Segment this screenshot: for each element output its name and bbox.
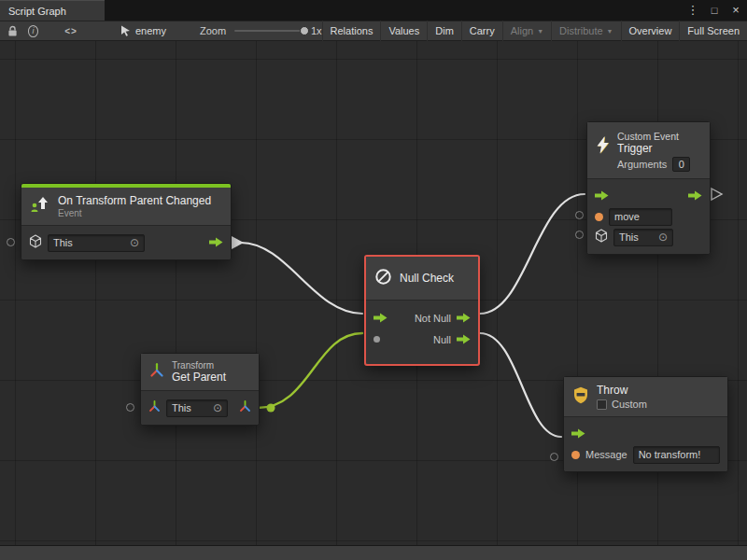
transform-event-icon — [30, 195, 50, 217]
node-category: Custom Event — [617, 131, 690, 142]
dropdown-arrow-icon: ▼ — [537, 28, 543, 35]
cube-icon — [29, 234, 42, 252]
button-carry[interactable]: Carry — [461, 21, 502, 41]
wire-null-to-throw[interactable] — [480, 333, 561, 437]
object-picker-icon[interactable]: ⊙ — [126, 237, 139, 248]
event-this-field[interactable]: This ⊙ — [48, 234, 145, 252]
zoom-slider[interactable] — [234, 25, 303, 36]
transform-output-port[interactable] — [239, 399, 251, 416]
window-controls: ⋮ □ × — [686, 0, 742, 21]
null-label: Null — [433, 334, 451, 345]
object-picker-icon[interactable]: ⊙ — [655, 231, 668, 243]
arguments-field[interactable]: 0 — [672, 157, 690, 172]
node-title: On Transform Parent Changed — [58, 194, 211, 207]
button-label: Align — [511, 25, 533, 36]
maximize-icon[interactable]: □ — [708, 0, 721, 21]
zoom-value: 1x — [311, 25, 322, 36]
wire-event-to-nullcheck[interactable] — [241, 243, 362, 314]
button-relations[interactable]: Relations — [322, 21, 381, 41]
node-trigger-custom-event[interactable]: Custom Event Trigger Arguments 0 — [586, 121, 711, 255]
null-check-icon — [374, 268, 392, 289]
code-icon[interactable]: <> — [64, 26, 78, 36]
customevent-name-port[interactable] — [575, 211, 584, 219]
field-value: move — [614, 211, 640, 222]
graph-name[interactable]: enemy — [135, 25, 166, 36]
graph-toolbar: i <> enemy Zoom 1x Relations Values Dim … — [0, 21, 747, 41]
info-icon[interactable]: i — [28, 25, 38, 37]
field-value: No transform! — [639, 449, 701, 460]
zoom-slider-track[interactable] — [234, 30, 303, 32]
node-title: Get Parent — [172, 371, 226, 384]
kebab-menu-icon[interactable]: ⋮ — [686, 0, 699, 21]
node-category: Transform — [172, 360, 226, 371]
message-label: Message — [585, 449, 627, 460]
button-label: Dim — [435, 25, 454, 36]
button-label: Distribute — [559, 25, 602, 36]
getparent-output-dot[interactable] — [267, 404, 275, 413]
flow-input-port[interactable] — [571, 426, 585, 442]
node-title: Null Check — [400, 272, 454, 285]
button-label: Full Screen — [687, 25, 740, 36]
throw-icon — [572, 386, 589, 408]
button-label: Carry — [470, 25, 495, 36]
getparent-this-field[interactable]: This ⊙ — [166, 399, 228, 417]
throw-message-port[interactable] — [550, 453, 558, 461]
customevent-this-field[interactable]: This ⊙ — [613, 229, 673, 246]
close-icon[interactable]: × — [729, 0, 742, 21]
button-fullscreen[interactable]: Full Screen — [679, 21, 747, 41]
field-value: This — [172, 402, 191, 413]
message-input-port[interactable] — [571, 451, 580, 459]
not-null-label: Not Null — [415, 313, 451, 324]
lightning-icon — [596, 136, 610, 158]
custom-label: Custom — [612, 399, 647, 410]
transform-icon — [149, 363, 164, 382]
customevent-flow-out-triangle[interactable] — [712, 189, 722, 200]
flow-output-port[interactable] — [688, 188, 702, 204]
button-overview[interactable]: Overview — [621, 21, 680, 41]
customevent-this-port[interactable] — [575, 231, 584, 239]
flow-input-port[interactable] — [374, 310, 388, 327]
wire-getparent-to-nullcheck[interactable] — [258, 333, 362, 408]
message-field[interactable]: No transform! — [633, 446, 720, 464]
cube-icon — [595, 229, 608, 246]
button-label: Relations — [331, 25, 374, 36]
button-dim[interactable]: Dim — [427, 21, 461, 41]
node-subtitle: Event — [58, 208, 211, 218]
field-value: This — [53, 237, 73, 248]
zoom-slider-knob[interactable] — [300, 26, 309, 35]
not-null-output-port[interactable] — [457, 310, 471, 327]
flow-output-port[interactable] — [209, 234, 223, 251]
node-get-parent[interactable]: Transform Get Parent This ⊙ — [140, 353, 260, 426]
event-flow-out-triangle[interactable] — [232, 236, 244, 249]
tab-bar: Script Graph ⋮ □ × — [0, 0, 747, 21]
button-align[interactable]: Align▼ — [502, 21, 551, 41]
node-null-check[interactable]: Null Check Not Null Null — [364, 255, 480, 366]
bottom-bar — [0, 545, 747, 560]
button-label: Values — [388, 25, 419, 36]
value-input-port[interactable] — [374, 336, 380, 343]
toolbar-buttons: Relations Values Dim Carry Align▼ Distri… — [322, 21, 747, 41]
custom-checkbox[interactable] — [597, 399, 607, 410]
flow-input-port[interactable] — [595, 188, 609, 204]
name-input-port[interactable] — [595, 213, 603, 221]
tab-script-graph[interactable]: Script Graph — [0, 0, 105, 21]
getparent-this-port[interactable] — [126, 403, 134, 412]
null-output-port[interactable] — [457, 331, 471, 348]
node-throw[interactable]: Throw Custom Message No — [563, 376, 728, 472]
event-name-field[interactable]: move — [609, 208, 672, 226]
event-this-port[interactable] — [7, 238, 15, 246]
node-on-transform-parent-changed[interactable]: On Transform Parent Changed Event This ⊙ — [21, 183, 232, 260]
button-distribute[interactable]: Distribute▼ — [551, 21, 620, 41]
script-graph-window: Script Graph ⋮ □ × i <> enemy Zoom 1x Re… — [0, 0, 747, 560]
button-values[interactable]: Values — [380, 21, 427, 41]
graph-canvas[interactable]: On Transform Parent Changed Event This ⊙ — [0, 41, 747, 545]
wire-notnull-to-customevent[interactable] — [480, 194, 585, 314]
field-value: This — [619, 231, 639, 243]
arguments-label: Arguments — [617, 159, 667, 170]
transform-port-icon — [148, 399, 161, 416]
lock-icon[interactable] — [7, 25, 18, 37]
dropdown-arrow-icon: ▼ — [607, 28, 613, 35]
object-picker-icon[interactable]: ⊙ — [209, 402, 222, 413]
button-label: Overview — [629, 25, 672, 36]
tab-label: Script Graph — [8, 6, 66, 17]
